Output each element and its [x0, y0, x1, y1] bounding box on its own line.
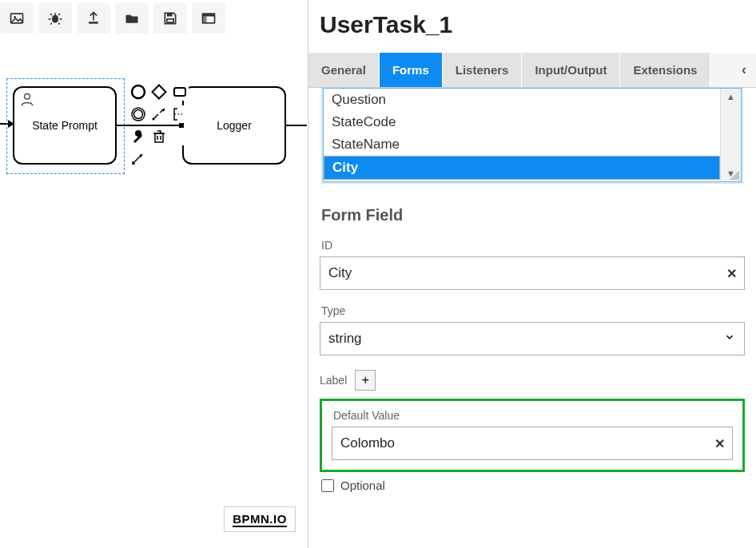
chevron-down-icon	[724, 332, 735, 346]
svg-point-10	[132, 85, 145, 98]
annotation-icon[interactable]	[171, 105, 189, 123]
list-scrollbar[interactable]: ▲ ▼	[720, 89, 741, 181]
id-input[interactable]	[320, 256, 745, 290]
trash-icon[interactable]	[150, 128, 168, 145]
tab-general[interactable]: General	[308, 53, 380, 87]
svg-point-15	[153, 118, 155, 121]
context-palette	[129, 83, 189, 169]
optional-checkbox-row[interactable]: Optional	[321, 479, 745, 492]
list-item[interactable]: StateCode	[324, 111, 720, 133]
debug-button[interactable]	[38, 3, 72, 34]
svg-rect-3	[89, 22, 98, 23]
image-button[interactable]	[0, 3, 34, 34]
default-value-highlight: Default Value ✕	[320, 399, 745, 472]
field-label-label: Label	[320, 374, 347, 387]
logger-task-node[interactable]: Logger	[182, 86, 286, 165]
scroll-up-icon[interactable]: ▲	[726, 89, 735, 105]
list-item[interactable]: StateName	[324, 133, 720, 156]
tab-input-output[interactable]: Input/Output	[522, 53, 620, 87]
panel-button[interactable]	[192, 3, 225, 34]
panel-tabs: General Forms Listeners Input/Output Ext…	[308, 53, 756, 88]
user-task-label: State Prompt	[32, 119, 97, 132]
bpmn-canvas[interactable]: State Prompt Logger BPMN.IO	[0, 72, 308, 543]
blank	[171, 128, 189, 145]
tabs-scroll-left[interactable]: ‹	[732, 53, 756, 87]
svg-rect-12	[174, 88, 185, 96]
tab-extensions[interactable]: Extensions	[620, 53, 710, 87]
type-select[interactable]: string	[320, 322, 745, 355]
connect-icon[interactable]	[150, 105, 168, 123]
upload-button[interactable]	[77, 3, 110, 34]
svg-point-2	[52, 15, 58, 23]
section-header: Form Field	[321, 206, 745, 224]
bpmn-io-logo[interactable]: BPMN.IO	[224, 506, 296, 532]
form-fields-listbox[interactable]: Question StateCode StateName City	[324, 89, 720, 180]
svg-rect-8	[203, 17, 207, 23]
svg-rect-11	[153, 85, 166, 99]
resize-handle-icon[interactable]	[728, 169, 739, 180]
wrench-icon[interactable]	[129, 128, 147, 145]
clear-icon[interactable]: ✕	[714, 436, 725, 451]
intermediate-event-icon[interactable]	[129, 105, 147, 123]
gateway-icon[interactable]	[150, 83, 168, 101]
sequence-flow-out	[286, 125, 307, 126]
tab-forms[interactable]: Forms	[380, 53, 443, 87]
panel-title: UserTask_1	[308, 0, 756, 53]
list-item-selected[interactable]: City	[324, 156, 720, 180]
clear-icon[interactable]: ✕	[726, 266, 737, 281]
svg-point-14	[134, 110, 143, 119]
sequence-arrow-icon[interactable]	[129, 150, 147, 168]
logger-label: Logger	[217, 119, 252, 132]
default-value-input[interactable]	[332, 427, 733, 460]
form-fields-list: Question StateCode StateName City ▲ ▼	[323, 88, 742, 182]
field-label-id: ID	[321, 239, 745, 252]
task-icon[interactable]	[171, 83, 189, 101]
list-item[interactable]: Question	[324, 89, 720, 111]
open-folder-button[interactable]	[115, 3, 149, 34]
svg-rect-5	[167, 19, 173, 22]
svg-point-9	[25, 93, 30, 99]
properties-panel: UserTask_1 General Forms Listeners Input…	[308, 0, 756, 548]
optional-checkbox[interactable]	[321, 479, 334, 492]
field-label-default-value: Default Value	[333, 409, 733, 422]
user-icon	[19, 91, 35, 109]
end-event-icon[interactable]	[129, 83, 147, 101]
add-label-button[interactable]: +	[355, 370, 376, 391]
svg-rect-4	[167, 13, 173, 16]
toolbar	[0, 0, 225, 37]
tab-listeners[interactable]: Listeners	[443, 53, 523, 87]
svg-rect-7	[203, 14, 215, 16]
panel-body: Question StateCode StateName City ▲ ▼ Fo…	[308, 88, 756, 548]
field-label-type: Type	[321, 304, 745, 317]
optional-label: Optional	[340, 479, 385, 492]
save-button[interactable]	[153, 3, 187, 34]
svg-rect-16	[155, 133, 163, 142]
user-task-node[interactable]: State Prompt	[13, 86, 117, 165]
